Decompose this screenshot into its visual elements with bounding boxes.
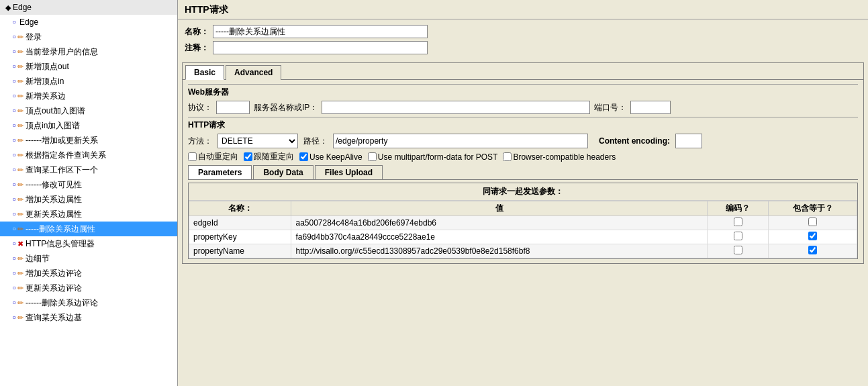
path-input[interactable] [333,134,588,148]
follow-redirect-checkbox[interactable] [244,152,252,161]
main-tabs-container: Basic Advanced Web服务器 协议： 服务器名称或IP： 端口号：… [182,62,864,264]
multipart-label[interactable]: Use multipart/form-data for POST [368,152,498,162]
sidebar-item-query-comment[interactable]: ○✏查询某关系边基 [0,310,177,325]
sidebar-item-edge-detail[interactable]: ○✏边细节 [0,251,177,266]
sidebar-item-add-comment[interactable]: ○✏增加关系边评论 [0,266,177,281]
name-input[interactable] [213,25,428,38]
sidebar-root[interactable]: ◆ Edge [0,0,177,15]
sidebar-item-delete-property[interactable]: ○✏-----删除关系边属性 [0,222,177,236]
parameters-section: 同请求一起发送参数： 名称： 值 编码？ 包含等于？ edgeIdaa50072… [188,183,858,259]
tab-basic[interactable]: Basic [185,65,224,80]
sidebar-item-new-edge[interactable]: ○✏新增关系边 [0,89,177,103]
sidebar-item-label: 新增关系边 [26,90,66,102]
protocol-label: 协议： [188,102,212,113]
pencil-icon: ✏ [17,311,23,324]
pencil-icon: ✏ [17,267,23,279]
method-select[interactable]: DELETE GET POST PUT PATCH [218,134,298,148]
http-request-section: HTTP请求 方法： DELETE GET POST PUT PATCH 路径：… [188,117,858,259]
param-encode[interactable] [708,230,769,244]
param-include[interactable] [769,216,857,230]
bullet-icon: ○ [12,282,16,294]
main-panel: HTTP请求 名称： 注释： Basic Advanced Web服务器 协议：… [178,0,868,386]
diamond-icon: ◆ [5,1,11,13]
pencil-icon: ✏ [17,31,23,43]
encoding-input[interactable] [675,134,702,148]
bullet-icon: ○ [12,223,16,235]
bullet-icon: ○ [12,267,16,279]
sidebar-item-update-property[interactable]: ○✏更新关系边属性 [0,207,177,222]
pencil-icon: ✏ [17,193,23,205]
main-tab-bar: Basic Advanced [183,63,863,80]
sidebar-item-label: 查询某关系边基 [26,311,82,324]
pencil-icon: ✏ [17,105,23,117]
sidebar-item-label: -----删除关系边属性 [26,223,95,235]
browser-headers-label[interactable]: Browser-compatible headers [503,152,616,162]
keep-alive-label[interactable]: Use KeepAlive [299,152,363,162]
pencil-icon: ✏ [17,297,23,309]
server-input[interactable] [322,101,590,114]
sidebar-item-query-workspace[interactable]: ○✏查询某工作区下一个 [0,162,177,177]
auto-redirect-label[interactable]: 自动重定向 [188,151,238,162]
sidebar-item-query-relation[interactable]: ○✏根据指定条件查询关系 [0,148,177,162]
sidebar-item-label: 登录 [26,31,42,43]
sidebar-item-label: 增加关系边属性 [26,193,82,205]
x-icon: ✖ [17,238,23,250]
pencil-icon: ✏ [17,119,23,132]
sidebar-item-label: 新增顶点in [26,75,64,87]
sidebar-item-delete-comment[interactable]: ○✏------删除关系边评论 [0,295,177,310]
param-name: propertyKey [189,230,291,244]
param-encode[interactable] [708,244,769,258]
bullet-icon: ○ [12,252,16,264]
sidebar-root-label: Edge [13,1,32,13]
sidebar-item-label: 边细节 [26,252,50,264]
method-row: 方法： DELETE GET POST PUT PATCH 路径： Conten… [188,134,858,148]
pencil-icon: ✏ [17,60,23,73]
param-value: fa69d4bb370c4aa28449ccce5228ae1e [291,230,708,244]
params-header: 同请求一起发送参数： [189,183,857,201]
browser-headers-checkbox[interactable] [503,152,512,161]
port-input[interactable] [630,101,671,114]
params-table: 名称： 值 编码？ 包含等于？ edgeIdaa5007284c484a16bd… [189,201,857,258]
sidebar-item-label: 新增顶点out [26,60,69,73]
param-encode[interactable] [708,216,769,230]
bullet-icon: ○ [12,311,16,324]
tab-files-upload[interactable]: Files Upload [315,165,383,179]
param-name: edgeId [189,216,291,230]
sidebar-item-new-vertex-out[interactable]: ○✏新增顶点out [0,59,177,74]
sidebar-item-label: 增加关系边评论 [26,267,82,279]
path-label: 路径： [303,136,328,147]
table-row: propertyNamehttp://visallo.org/#c55ecd13… [189,244,857,258]
comment-input[interactable] [213,41,428,54]
multipart-checkbox[interactable] [368,152,377,161]
tab-advanced[interactable]: Advanced [226,65,281,80]
sidebar-item-http-header[interactable]: ○✖HTTP信息头管理器 [0,236,177,251]
sidebar-item-new-vertex-in[interactable]: ○✏新增顶点in [0,74,177,89]
tab-body-data[interactable]: Body Data [253,165,313,179]
bullet-icon: ○ [12,297,16,309]
sidebar-item-vertex-in-graph[interactable]: ○✏顶点in加入图谱 [0,118,177,133]
param-include[interactable] [769,230,857,244]
param-name: propertyName [189,244,291,258]
auto-redirect-checkbox[interactable] [188,152,197,161]
sidebar-item-modify-visibility[interactable]: ○✏------修改可见性 [0,177,177,192]
sidebar-item-update-relation[interactable]: ○✏------增加或更新关系 [0,133,177,148]
bullet-icon: ○ [12,208,16,220]
sidebar-item-vertex-out-graph[interactable]: ○✏顶点out加入图谱 [0,103,177,118]
pencil-icon: ✏ [17,75,23,87]
sidebar-item-label: 当前登录用户的信息 [26,46,98,58]
sidebar-item-edge-root[interactable]: ○Edge [0,15,177,30]
sidebar-item-current-user[interactable]: ○✏当前登录用户的信息 [0,44,177,59]
col-name: 名称： [189,201,291,216]
bullet-icon: ○ [12,119,16,132]
sidebar-item-update-comment[interactable]: ○✏更新关系边评论 [0,281,177,295]
param-include[interactable] [769,244,857,258]
sidebar-item-add-property[interactable]: ○✏增加关系边属性 [0,192,177,207]
sidebar-item-label: 顶点out加入图谱 [26,105,85,117]
keep-alive-checkbox[interactable] [299,152,308,161]
web-server-title: Web服务器 [188,84,858,98]
tab-parameters[interactable]: Parameters [188,165,252,179]
bullet-icon: ○ [12,105,16,117]
sidebar-item-login[interactable]: ○✏登录 [0,30,177,44]
follow-redirect-label[interactable]: 跟随重定向 [244,151,294,162]
protocol-input[interactable] [216,101,250,114]
